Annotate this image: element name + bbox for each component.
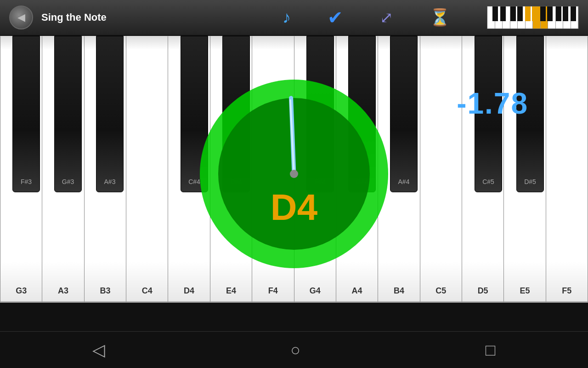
pm-black-keys: [487, 6, 578, 21]
pm-bk-11: [571, 6, 576, 21]
pm-bk-3: [510, 6, 516, 21]
music-icon[interactable]: ♪: [283, 8, 291, 27]
white-key-D5[interactable]: D5: [462, 36, 504, 303]
pm-bk-9: [556, 6, 561, 21]
white-key-E4[interactable]: E4: [210, 36, 252, 303]
pm-bk-1: [492, 6, 498, 21]
toolbar-left: ◀ Sing the Note: [9, 6, 107, 29]
bottom-nav: ◁ ○ □: [0, 331, 588, 368]
piano-mini: [487, 6, 579, 29]
white-key-A3[interactable]: A3: [42, 36, 84, 303]
expand-icon[interactable]: ⤢: [380, 8, 393, 27]
white-key-G3[interactable]: G3: [0, 36, 42, 303]
white-key-A4[interactable]: A4: [336, 36, 378, 303]
pm-bk-8: [547, 6, 553, 21]
pm-bk-6-highlight: [532, 6, 537, 21]
back-button[interactable]: ◀: [9, 6, 33, 29]
back-icon: ◀: [17, 12, 25, 23]
white-key-B4[interactable]: B4: [378, 36, 420, 303]
pm-bk-5-highlight: [525, 6, 531, 21]
white-keys: G3 A3 B3 C4 D4 E4 F4 G4 A4 B4 C5 D5 E5 F…: [0, 36, 588, 303]
pm-bk-10: [563, 6, 568, 21]
white-key-F5[interactable]: F5: [546, 36, 588, 303]
white-key-C4[interactable]: C4: [126, 36, 168, 303]
white-key-F4[interactable]: F4: [252, 36, 294, 303]
white-key-D4[interactable]: D4: [168, 36, 210, 303]
pm-bk-4: [517, 6, 523, 21]
check-icon[interactable]: ✔: [328, 7, 343, 28]
pitch-value: -1.78: [457, 87, 528, 120]
app-title: Sing the Note: [41, 12, 107, 23]
toolbar-icons: ♪ ✔ ⤢ ⏳: [283, 6, 579, 29]
timer-icon[interactable]: ⏳: [430, 8, 450, 27]
pm-bk-2: [500, 6, 506, 21]
nav-home-button[interactable]: ○: [290, 340, 300, 360]
nav-back-button[interactable]: ◁: [92, 340, 105, 360]
white-key-G4[interactable]: G4: [294, 36, 336, 303]
white-key-E5[interactable]: E5: [504, 36, 546, 303]
nav-recent-button[interactable]: □: [486, 340, 496, 360]
toolbar: ◀ Sing the Note ♪ ✔ ⤢ ⏳: [0, 0, 588, 36]
white-key-B3[interactable]: B3: [85, 36, 126, 303]
white-key-C5[interactable]: C5: [420, 36, 462, 303]
piano-area: G3 A3 B3 C4 D4 E4 F4 G4 A4 B4 C5 D5 E5 F…: [0, 36, 588, 334]
pitch-display: -1.78: [457, 86, 528, 121]
pm-bk-7: [540, 6, 546, 21]
